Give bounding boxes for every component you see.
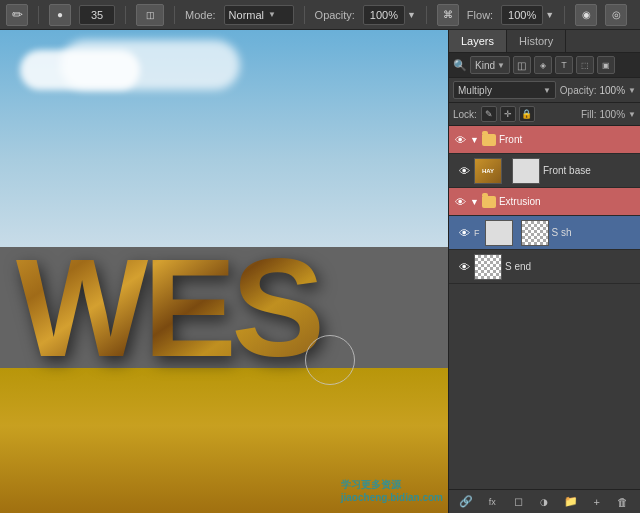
extra-icon[interactable]: ◎ bbox=[605, 4, 627, 26]
brush-size-input[interactable]: 35 bbox=[79, 5, 115, 25]
layer-group-extrusion[interactable]: 👁 ▼ Extrusion bbox=[449, 188, 640, 216]
eye-icon-s-end[interactable]: 👁 bbox=[457, 260, 471, 274]
separator bbox=[38, 6, 39, 24]
eye-icon-s-sh[interactable]: 👁 bbox=[457, 226, 471, 240]
text-filter-icon[interactable]: T bbox=[555, 56, 573, 74]
mode-arrow-icon: ▼ bbox=[268, 10, 276, 19]
lock-label: Lock: bbox=[453, 109, 477, 120]
layer-thumb-s-sh-2 bbox=[521, 220, 549, 246]
tab-layers[interactable]: Layers bbox=[449, 30, 507, 52]
tab-history[interactable]: History bbox=[507, 30, 566, 52]
kind-arrow-icon: ▼ bbox=[497, 61, 505, 70]
separator3 bbox=[174, 6, 175, 24]
fx-icon[interactable]: fx bbox=[482, 493, 502, 511]
lock-row: Lock: ✎ ✛ 🔒 Fill: 100% ▼ bbox=[449, 103, 640, 126]
fill-group: Fill: 100% ▼ bbox=[581, 109, 636, 120]
opacity-label: Opacity: bbox=[560, 85, 597, 96]
mode-dropdown[interactable]: Normal ▼ bbox=[224, 5, 294, 25]
blend-mode-row: Multiply ▼ Opacity: 100% ▼ bbox=[449, 78, 640, 103]
layer-thumb-front-base-1: HAY bbox=[474, 158, 502, 184]
eye-icon-front-base[interactable]: 👁 bbox=[457, 164, 471, 178]
adjustment-filter-icon[interactable]: ◈ bbox=[534, 56, 552, 74]
lock-icons-group: ✎ ✛ 🔒 bbox=[481, 106, 535, 122]
folder-icon-front bbox=[482, 134, 496, 146]
toolbar: ✏ ● 35 ◫ Mode: Normal ▼ Opacity: 100% ▼ … bbox=[0, 0, 640, 30]
fill-label: Fill: bbox=[581, 109, 597, 120]
separator4 bbox=[304, 6, 305, 24]
opacity-group: 100% ▼ bbox=[363, 5, 416, 25]
lock-pixels-icon[interactable]: ✎ bbox=[481, 106, 497, 122]
layer-group-front[interactable]: 👁 ▼ Front bbox=[449, 126, 640, 154]
lock-position-icon[interactable]: ✛ bbox=[500, 106, 516, 122]
opacity-value[interactable]: 100% bbox=[600, 85, 626, 96]
eye-icon-front[interactable]: 👁 bbox=[453, 133, 467, 147]
link-layers-icon[interactable]: 🔗 bbox=[456, 493, 476, 511]
opacity-arrow-icon: ▼ bbox=[407, 10, 416, 20]
fill-arrow-icon: ▼ bbox=[628, 110, 636, 119]
layer-thumb-s-sh-1 bbox=[485, 220, 513, 246]
layer-item-name-s-sh: S sh bbox=[552, 227, 637, 238]
checkerboard-filter-icon[interactable]: ◫ bbox=[513, 56, 531, 74]
layers-bottom-bar: 🔗 fx ◻ ◑ 📁 + 🗑 bbox=[449, 489, 640, 513]
smart-filter-icon[interactable]: ▣ bbox=[597, 56, 615, 74]
mask-icon[interactable]: ◻ bbox=[508, 493, 528, 511]
layer-name-front: Front bbox=[499, 134, 636, 145]
panel-tabs: Layers History bbox=[449, 30, 640, 53]
shape-filter-icon[interactable]: ⬚ bbox=[576, 56, 594, 74]
layers-list: 👁 ▼ Front 👁 HAY Front base 👁 ▼ Ex bbox=[449, 126, 640, 489]
layers-search-row: 🔍 Kind ▼ ◫ ◈ T ⬚ ▣ bbox=[449, 53, 640, 78]
layer-thumb-s-end bbox=[474, 254, 502, 280]
search-icon: 🔍 bbox=[453, 59, 467, 72]
adjustment-layer-icon[interactable]: ◑ bbox=[534, 493, 554, 511]
flow-arrow-icon: ▼ bbox=[545, 10, 554, 20]
lock-all-icon[interactable]: 🔒 bbox=[519, 106, 535, 122]
folder-icon-extrusion bbox=[482, 196, 496, 208]
main-area: WES 学习更多资源 jiaocheng.bidian.com Layers H… bbox=[0, 30, 640, 513]
kind-label: Kind bbox=[475, 60, 495, 71]
layers-panel: Layers History 🔍 Kind ▼ ◫ ◈ T ⬚ ▣ Multip… bbox=[448, 30, 640, 513]
opacity-label: Opacity: bbox=[315, 9, 355, 21]
canvas-area[interactable]: WES 学习更多资源 jiaocheng.bidian.com bbox=[0, 30, 448, 513]
cloud-2 bbox=[60, 40, 240, 90]
expand-icon-front[interactable]: ▼ bbox=[470, 135, 479, 145]
delete-layer-icon[interactable]: 🗑 bbox=[613, 493, 633, 511]
opacity-value[interactable]: 100% bbox=[363, 5, 405, 25]
group-layers-icon[interactable]: 📁 bbox=[561, 493, 581, 511]
opacity-arrow-icon2: ▼ bbox=[628, 86, 636, 95]
prefix-s-sh: F bbox=[474, 228, 480, 238]
new-layer-icon[interactable]: + bbox=[587, 493, 607, 511]
layer-thumb-front-base-2 bbox=[512, 158, 540, 184]
layer-item-s-sh[interactable]: 👁 F S sh bbox=[449, 216, 640, 250]
kind-dropdown[interactable]: Kind ▼ bbox=[470, 56, 510, 74]
flow-label: Flow: bbox=[467, 9, 493, 21]
mode-value: Normal bbox=[229, 9, 264, 21]
watermark: 学习更多资源 jiaocheng.bidian.com bbox=[341, 478, 443, 503]
layer-name-extrusion: Extrusion bbox=[499, 196, 636, 207]
eye-icon-extrusion[interactable]: 👁 bbox=[453, 195, 467, 209]
brush-cursor bbox=[305, 335, 355, 385]
flow-group: 100% ▼ bbox=[501, 5, 554, 25]
tablet-icon[interactable]: ◉ bbox=[575, 4, 597, 26]
opacity-group: Opacity: 100% ▼ bbox=[560, 85, 636, 96]
expand-icon-extrusion[interactable]: ▼ bbox=[470, 197, 479, 207]
fill-value[interactable]: 100% bbox=[600, 109, 626, 120]
layer-item-name-s-end: S end bbox=[505, 261, 636, 272]
separator2 bbox=[125, 6, 126, 24]
layer-item-name-front-base: Front base bbox=[543, 165, 636, 176]
flow-value[interactable]: 100% bbox=[501, 5, 543, 25]
brush-tool-icon[interactable]: ✏ bbox=[6, 4, 28, 26]
brush-picker-icon[interactable]: ● bbox=[49, 4, 71, 26]
blend-arrow-icon: ▼ bbox=[543, 86, 551, 95]
brush-hardness-icon[interactable]: ◫ bbox=[136, 4, 164, 26]
blend-mode-value: Multiply bbox=[458, 85, 492, 96]
layer-item-s-end[interactable]: 👁 S end bbox=[449, 250, 640, 284]
hay-text-area: WES bbox=[0, 151, 381, 465]
hay-text: WES bbox=[16, 238, 320, 378]
blend-mode-dropdown[interactable]: Multiply ▼ bbox=[453, 81, 556, 99]
mode-label: Mode: bbox=[185, 9, 216, 21]
separator6 bbox=[564, 6, 565, 24]
airbrush-icon[interactable]: ⌘ bbox=[437, 4, 459, 26]
layer-item-front-base[interactable]: 👁 HAY Front base bbox=[449, 154, 640, 188]
separator5 bbox=[426, 6, 427, 24]
